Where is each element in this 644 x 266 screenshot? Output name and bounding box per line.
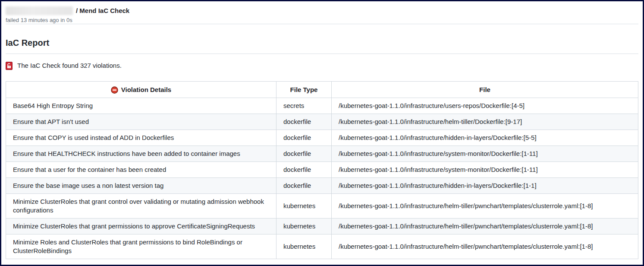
table-row: Ensure that a user for the container has… (6, 162, 638, 178)
file-cell: /kubernetes-goat-1.1.0/infrastructure/hi… (332, 178, 638, 194)
violation-cell: Ensure that a user for the container has… (6, 162, 276, 178)
table-row: Ensure the base image uses a non latest … (6, 178, 638, 194)
file-type-cell: dockerfile (276, 162, 332, 178)
divider (6, 24, 638, 24)
violation-cell: Minimize Roles and ClusterRoles that gra… (6, 234, 276, 259)
file-type-cell: kubernetes (276, 234, 332, 259)
file-cell: /kubernetes-goat-1.1.0/infrastructure/he… (332, 194, 638, 218)
table-row: Ensure that COPY is used instead of ADD … (6, 130, 638, 146)
violation-cell: Ensure that HEALTHCHECK instructions hav… (6, 146, 276, 162)
violation-details-header: Violation Details (6, 82, 276, 98)
file-cell: /kubernetes-goat-1.1.0/infrastructure/he… (332, 218, 638, 234)
redacted-workflow-name[interactable] (6, 6, 73, 15)
file-type-cell: dockerfile (276, 130, 332, 146)
file-type-cell: secrets (276, 98, 332, 114)
file-type-cell: kubernetes (276, 218, 332, 234)
violation-cell: Ensure the base image uses a non latest … (6, 178, 276, 194)
table-row: Base64 High Entropy Stringsecrets/kubern… (6, 98, 638, 114)
table-row: Minimize ClusterRoles that grant control… (6, 194, 638, 218)
violation-cell: Ensure that COPY is used instead of ADD … (6, 130, 276, 146)
open-padlock-icon (6, 62, 13, 70)
check-header: / Mend IaC Check (6, 1, 638, 15)
file-cell: /kubernetes-goat-1.1.0/infrastructure/sy… (332, 162, 638, 178)
report-heading: IaC Report (6, 38, 638, 48)
check-status-line: failed 13 minutes ago in 0s (6, 17, 638, 24)
violation-cell: Base64 High Entropy String (6, 98, 276, 114)
table-row: Ensure that APT isn't useddockerfile/kub… (6, 114, 638, 130)
file-header: File (332, 82, 638, 98)
violations-table: Violation Details File Type File Base64 … (6, 81, 638, 259)
violations-summary-text: The IaC Check found 327 violations. (17, 61, 122, 70)
violation-cell: Ensure that APT isn't used (6, 114, 276, 130)
file-cell: /kubernetes-goat-1.1.0/infrastructure/us… (332, 98, 638, 114)
file-cell: /kubernetes-goat-1.1.0/infrastructure/sy… (332, 146, 638, 162)
file-type-cell: dockerfile (276, 114, 332, 130)
violation-cell: Minimize ClusterRoles that grant permiss… (6, 218, 276, 234)
divider (6, 54, 638, 54)
violation-cell: Minimize ClusterRoles that grant control… (6, 194, 276, 218)
table-header-row: Violation Details File Type File (6, 82, 638, 98)
violations-summary: The IaC Check found 327 violations. (6, 61, 638, 70)
file-type-cell: dockerfile (276, 146, 332, 162)
file-type-header: File Type (276, 82, 332, 98)
violation-details-header-label: Violation Details (121, 86, 171, 94)
check-title-text: / Mend IaC Check (76, 6, 129, 15)
file-type-cell: kubernetes (276, 194, 332, 218)
table-row: Minimize Roles and ClusterRoles that gra… (6, 234, 638, 259)
no-entry-icon (111, 86, 118, 94)
file-cell: /kubernetes-goat-1.1.0/infrastructure/he… (332, 114, 638, 130)
file-cell: /kubernetes-goat-1.1.0/infrastructure/hi… (332, 130, 638, 146)
table-row: Minimize ClusterRoles that grant permiss… (6, 218, 638, 234)
table-row: Ensure that HEALTHCHECK instructions hav… (6, 146, 638, 162)
page-content: / Mend IaC Check failed 13 minutes ago i… (6, 1, 638, 259)
file-type-cell: dockerfile (276, 178, 332, 194)
file-cell: /kubernetes-goat-1.1.0/infrastructure/he… (332, 234, 638, 259)
